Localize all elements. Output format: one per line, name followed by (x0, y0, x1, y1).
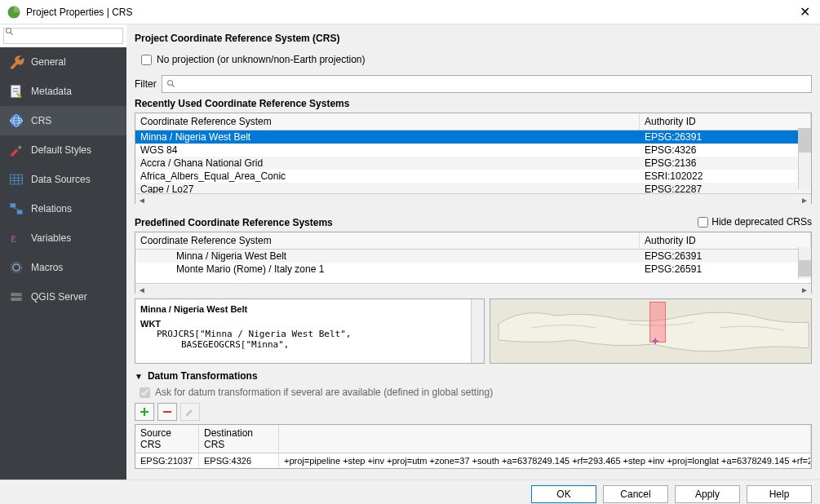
sidebar-item-crs[interactable]: CRS (0, 106, 126, 135)
hide-deprecated-label: Hide deprecated CRSs (711, 216, 812, 228)
sidebar-item-relations[interactable]: Relations (0, 194, 126, 223)
add-button[interactable] (135, 403, 154, 421)
scrollbar-horizontal[interactable]: ◄► (135, 283, 811, 296)
collapse-triangle-icon: ▼ (135, 372, 143, 381)
svg-line-18 (13, 207, 20, 210)
svg-rect-1 (16, 13, 20, 15)
recent-crs-table: Coordinate Reference System Authority ID… (135, 113, 812, 204)
sidebar-item-qgis-server[interactable]: QGIS Server (0, 282, 126, 312)
sidebar-item-label: Relations (31, 203, 72, 214)
scroll-right-icon[interactable]: ► (798, 194, 811, 207)
search-icon (5, 27, 15, 37)
wkt-line: PROJCRS["Minna / Nigeria West Belt", (157, 329, 479, 339)
scrollbar-vertical[interactable] (798, 128, 811, 189)
main-panel: Project Coordinate Reference System (CRS… (126, 24, 820, 480)
hide-deprecated-wrap[interactable]: Hide deprecated CRSs (698, 216, 812, 228)
sidebar-item-default-styles[interactable]: Default Styles (0, 135, 126, 165)
col-header-operation[interactable] (279, 425, 811, 453)
table-icon (8, 171, 24, 188)
col-header-auth[interactable]: Authority ID (640, 232, 811, 249)
svg-text:ε: ε (11, 231, 16, 245)
gear-icon (8, 259, 24, 276)
sidebar-item-data-sources[interactable]: Data Sources (0, 165, 126, 194)
sidebar-item-general[interactable]: General (0, 47, 126, 77)
sidebar-item-label: General (31, 56, 66, 68)
sidebar: General Metadata CRS Default Styles Data… (0, 24, 126, 480)
ok-button[interactable]: OK (531, 485, 596, 503)
col-header-crs[interactable]: Coordinate Reference System (135, 232, 640, 249)
scrollbar-horizontal[interactable]: ◄► (135, 193, 811, 206)
table-row[interactable]: Africa_Albers_Equal_Area_Conic ESRI:1020… (135, 170, 811, 183)
datum-heading-toggle[interactable]: ▼ Datum Transformations (135, 370, 812, 382)
globe-icon (8, 113, 24, 129)
table-row[interactable]: WGS 84 EPSG:4326 (135, 144, 811, 157)
svg-rect-17 (17, 210, 23, 214)
table-row[interactable]: EPSG:21037 EPSG:4326 +proj=pipeline +ste… (135, 453, 811, 468)
sidebar-search-input[interactable] (3, 28, 123, 44)
apply-button[interactable]: Apply (675, 485, 740, 503)
sidebar-item-variables[interactable]: ε Variables (0, 223, 126, 253)
note-icon (8, 83, 24, 99)
selected-crs-name: Minna / Nigeria West Belt (140, 304, 479, 314)
sidebar-item-metadata[interactable]: Metadata (0, 77, 126, 106)
titlebar: Project Properties | CRS ✕ (0, 0, 820, 24)
table-row[interactable]: Minna / Nigeria West Belt EPSG:26391 (135, 130, 811, 144)
search-icon (166, 79, 176, 89)
sidebar-item-label: QGIS Server (31, 291, 87, 303)
table-row[interactable]: Cape / Lo27 EPSG:22287 (135, 183, 811, 193)
epsilon-icon: ε (8, 230, 24, 246)
table-row[interactable]: Accra / Ghana National Grid EPSG:2136 (135, 157, 811, 170)
ask-datum-checkbox (140, 387, 150, 398)
wkt-label: WKT (140, 319, 479, 329)
svg-point-26 (167, 81, 172, 86)
help-button[interactable]: Help (747, 485, 812, 503)
col-header-source-crs[interactable]: Source CRS (135, 425, 199, 453)
table-row[interactable]: Monte Mario (Rome) / Italy zone 1 EPSG:2… (135, 263, 811, 276)
scroll-left-icon[interactable]: ◄ (135, 284, 148, 297)
svg-point-20 (13, 264, 20, 271)
col-header-auth[interactable]: Authority ID (640, 113, 811, 130)
sidebar-item-label: Macros (31, 262, 63, 273)
remove-button[interactable] (157, 403, 177, 421)
crs-filter-input[interactable] (162, 75, 812, 93)
cancel-button[interactable]: Cancel (603, 485, 668, 503)
map-crosshair-icon: + (652, 334, 658, 347)
svg-point-2 (7, 29, 11, 33)
svg-line-3 (11, 33, 13, 35)
sidebar-item-label: Metadata (31, 86, 72, 97)
recent-heading: Recently Used Coordinate Reference Syste… (135, 98, 812, 109)
scroll-right-icon[interactable]: ► (798, 284, 811, 297)
crs-extent-map: + (490, 298, 812, 364)
edit-button (180, 403, 200, 421)
dialog-footer: OK Cancel Apply Help (0, 480, 820, 504)
table-row[interactable]: Minna / Nigeria West Belt EPSG:26391 (135, 250, 811, 263)
sidebar-item-label: Variables (31, 232, 71, 244)
sidebar-item-label: CRS (31, 115, 51, 126)
scrollbar-vertical[interactable] (471, 299, 484, 363)
hide-deprecated-checkbox[interactable] (698, 217, 708, 228)
svg-point-25 (12, 298, 14, 300)
svg-rect-11 (11, 175, 23, 184)
scroll-left-icon[interactable]: ◄ (135, 194, 148, 207)
wkt-details: Minna / Nigeria West Belt WKT PROJCRS["M… (135, 298, 485, 364)
predef-heading: Predefined Coordinate Reference Systems (135, 217, 698, 228)
col-header-dest-crs[interactable]: Destination CRS (199, 425, 279, 453)
no-projection-label: No projection (or unknown/non-Earth proj… (157, 54, 365, 65)
no-projection-checkbox[interactable] (141, 55, 152, 65)
close-icon[interactable]: ✕ (796, 4, 813, 20)
wkt-line: BASEGEOGCRS["Minna", (181, 339, 479, 350)
col-header-crs[interactable]: Coordinate Reference System (135, 113, 640, 130)
datum-heading: Datum Transformations (148, 370, 258, 382)
svg-rect-16 (11, 203, 16, 207)
window-title: Project Properties | CRS (26, 7, 133, 18)
scrollbar-vertical[interactable] (798, 247, 811, 279)
crs-heading: Project Coordinate Reference System (CRS… (135, 33, 812, 44)
sidebar-item-macros[interactable]: Macros (0, 253, 126, 282)
wrench-icon (8, 54, 24, 70)
server-icon (8, 289, 24, 305)
filter-label: Filter (135, 78, 157, 90)
relations-icon (8, 201, 24, 217)
sidebar-item-label: Data Sources (31, 174, 91, 185)
app-icon (7, 5, 21, 20)
sidebar-item-label: Default Styles (31, 144, 91, 156)
